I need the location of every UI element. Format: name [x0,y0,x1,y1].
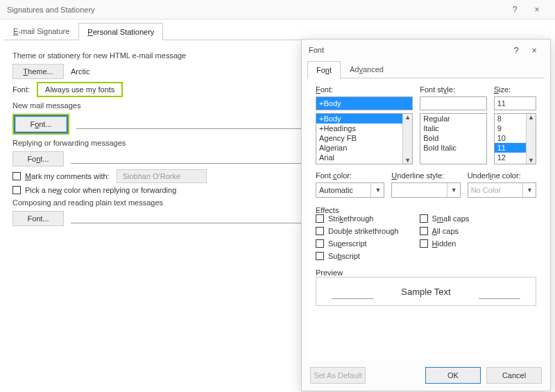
list-item[interactable]: +Body [316,114,412,123]
chevron-down-icon: ▼ [447,183,457,197]
font-button-reply[interactable]: Font... [12,151,64,167]
font-dialog: Font ? × Font Advanced Font: +Body +Body… [301,39,551,391]
style-input[interactable] [420,96,486,110]
list-item[interactable]: Arial [316,153,412,162]
list-item[interactable]: Regular [420,114,486,123]
chevron-down-icon: ▼ [522,183,533,197]
small-caps-checkbox[interactable]: Small caps [420,214,470,223]
tab-font[interactable]: Font [307,61,341,78]
theme-button[interactable]: Theme... [12,64,64,79]
style-field-label: Font style: [420,85,486,94]
mark-comments-checkbox[interactable]: Mark my comments with: [12,172,110,180]
font-color-label: Font color: [316,171,384,180]
effects-header: Effects [316,206,536,214]
list-item[interactable]: Agency FB [316,133,412,143]
preview-box: Sample Text [316,277,536,306]
underline-style-dropdown[interactable]: ▼ [391,182,460,198]
subscript-checkbox[interactable]: Subscript [316,252,399,260]
close-icon[interactable]: × [526,5,548,15]
dialog-footer: Set As Default OK Cancel [302,360,550,391]
set-default-button: Set As Default [310,367,366,384]
chevron-down-icon: ▼ [370,183,381,197]
strikethrough-checkbox[interactable]: Strikethrough [316,214,399,223]
dialog-titlebar: Font ? × [302,40,550,60]
font-button-new[interactable]: Font... [15,117,67,132]
underline-color-label: Underline color: [468,171,536,180]
hidden-checkbox[interactable]: Hidden [420,239,470,248]
font-field-label: Font: [316,85,413,94]
close-icon[interactable]: × [525,45,543,56]
help-icon[interactable]: ? [507,45,525,56]
underline-style-label: Underline style: [391,171,460,180]
tab-personal-stationery[interactable]: Personal Stationery [78,23,163,40]
preview-text: Sample Text [401,287,450,297]
scrollbar[interactable]: ▲▼ [526,114,536,164]
list-item[interactable]: Italic [420,123,486,133]
tab-advanced[interactable]: Advanced [341,60,393,78]
size-listbox[interactable]: 8 9 10 11 12 ▲▼ [494,113,536,164]
scrollbar[interactable]: ▲▼ [402,114,412,164]
tab-email-signature[interactable]: E-mail Signature [4,22,78,40]
pick-color-checkbox[interactable]: Pick a new color when replying or forwar… [12,186,176,194]
ok-button[interactable]: OK [425,367,481,384]
size-field-label: Size: [494,85,536,94]
checkbox-icon [12,172,21,180]
underline-color-dropdown[interactable]: No Color▼ [468,182,536,198]
cancel-button[interactable]: Cancel [486,367,542,384]
all-caps-checkbox[interactable]: All caps [420,227,470,235]
font-mode-dropdown[interactable]: Always use my fonts [37,82,123,97]
list-item[interactable]: Bold Italic [420,143,486,153]
font-label: Font: [12,85,30,94]
parent-title: Signatures and Stationery [7,6,95,14]
superscript-checkbox[interactable]: Superscript [316,239,399,248]
font-listbox[interactable]: +Body +Headings Agency FB Algerian Arial… [316,113,413,164]
commenter-field: Siobhan O'Rorke [117,169,207,183]
list-item[interactable]: +Headings [316,123,412,133]
parent-tabs: E-mail Signature Personal Stationery [0,19,555,40]
font-button-plain[interactable]: Font... [12,211,64,226]
help-icon[interactable]: ? [504,5,526,15]
checkbox-icon [12,186,21,194]
dialog-title: Font [309,46,324,54]
list-item[interactable]: Bold [420,133,486,143]
theme-name: Arctic [71,67,90,76]
double-strike-checkbox[interactable]: Double strikethrough [316,227,399,235]
style-listbox[interactable]: Regular Italic Bold Bold Italic [420,113,486,164]
preview-header: Preview [316,269,536,277]
parent-titlebar: Signatures and Stationery ? × [0,0,555,19]
list-item[interactable]: Algerian [316,143,412,153]
size-input[interactable]: 11 [494,96,536,110]
font-input[interactable]: +Body [316,96,413,110]
dialog-tabs: Font Advanced [302,60,550,78]
font-color-dropdown[interactable]: Automatic▼ [316,182,384,198]
